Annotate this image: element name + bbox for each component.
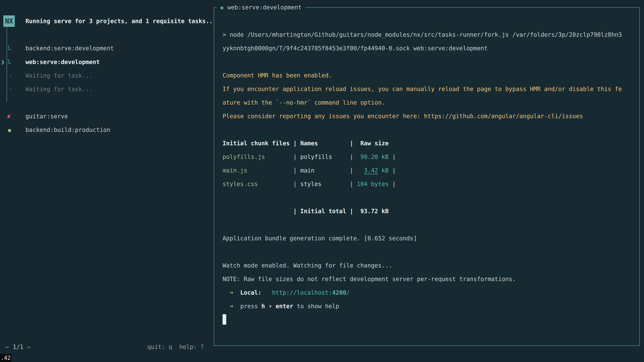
terminal-line	[222, 245, 622, 259]
terminal-text-segment: If you encounter application reload issu…	[222, 86, 622, 92]
terminal-text-segment: main.js	[222, 167, 247, 174]
dot-icon: ·	[9, 82, 12, 96]
terminal-text-segment: 3.42	[364, 167, 378, 174]
terminal-line: Watch mode enabled. Watching for file ch…	[222, 259, 622, 272]
pager: ← 1/1 →	[6, 340, 30, 354]
terminal-text-segment	[222, 289, 230, 296]
terminal-text-segment: |	[332, 153, 353, 160]
terminal-text-segment: Initial chunk files | Names | Raw size	[222, 140, 388, 147]
terminal-line: If you encounter application reload issu…	[222, 82, 622, 96]
terminal-line: Component HMR has been enabled.	[222, 69, 622, 82]
terminal-line: Please consider reporting any issues you…	[222, 109, 622, 123]
task-label: Waiting for task...	[26, 82, 92, 96]
terminal-text-segment: | Initial total | 93.72 kB	[222, 208, 388, 215]
terminal-cursor	[222, 314, 226, 325]
terminal-line: styles.css | styles | 104 bytes |	[222, 177, 622, 191]
terminal-text-segment	[353, 167, 364, 174]
terminal-text-segment: polyfills.js	[222, 153, 265, 160]
terminal-text-segment: h	[262, 303, 265, 310]
quit-hint-label: quit:	[148, 344, 168, 350]
terminal-line: ➜ Local: http://localhost:4200/	[222, 286, 622, 300]
pager-prev-icon[interactable]: ←	[6, 344, 9, 350]
terminal-output: > node /Users/mhartington/Github/guitars…	[222, 28, 622, 327]
task-label: guitar:serve	[26, 110, 68, 123]
terminal-text-segment: +	[265, 303, 276, 310]
terminal-text-segment: |	[322, 181, 353, 187]
terminal-text-segment: ature with the `--no-hmr` command line o…	[222, 99, 385, 106]
task-label: Waiting for task...	[26, 69, 92, 82]
spinner-icon: ⠧	[8, 55, 12, 69]
terminal-text-segment: |	[258, 181, 300, 187]
terminal-text-segment: |	[388, 153, 399, 160]
task-tree-line	[6, 27, 7, 102]
dot-icon: ·	[9, 69, 12, 82]
terminal-line	[222, 123, 622, 137]
terminal-text-segment: 4200	[332, 289, 346, 296]
task-label: backend:serve:development	[26, 41, 114, 55]
help-key: ?	[200, 344, 204, 350]
terminal-text-segment: ➜	[230, 303, 233, 310]
square-icon: ▪	[8, 123, 12, 137]
terminal-text-segment	[222, 303, 230, 310]
terminal-text-segment: /	[346, 289, 350, 296]
terminal-line: ature with the `--no-hmr` command line o…	[222, 96, 622, 109]
nx-logo: NX	[3, 15, 15, 27]
terminal-text-segment: Local:	[240, 289, 261, 296]
overlay-badge: .42	[0, 354, 12, 362]
output-panel-title: web:serve:development	[228, 1, 302, 14]
terminal-text-segment: |	[388, 167, 399, 174]
terminal-text-segment: styles.css	[222, 181, 258, 187]
terminal-text-segment: |	[247, 167, 300, 174]
terminal-text-segment: Please consider reporting any issues you…	[222, 113, 583, 119]
terminal-text-segment: 104 bytes	[353, 181, 389, 187]
pager-next-icon[interactable]: →	[27, 344, 30, 350]
terminal-text-segment: |	[314, 167, 353, 174]
terminal-text-segment: > node /Users/mhartington/Github/guitars…	[222, 31, 622, 38]
help-hint-label: help:	[172, 344, 200, 350]
terminal-text-segment: Watch mode enabled. Watching for file ch…	[222, 262, 392, 269]
terminal-line: yyknnbtgh0000gn/T/9f4c243785f8453e3f00/f…	[222, 41, 622, 55]
terminal-text-segment: yyknnbtgh0000gn/T/9f4c243785f8453e3f00/f…	[222, 45, 488, 52]
nx-tui-screen: NX Running serve for 3 projects, and 1 r…	[0, 0, 644, 362]
terminal-line: Application bundle generation complete. …	[222, 232, 622, 245]
terminal-text-segment	[233, 303, 240, 310]
terminal-line	[222, 191, 622, 204]
terminal-line: polyfills.js | polyfills | 90.20 kB |	[222, 150, 622, 164]
terminal-text-segment: Component HMR has been enabled.	[222, 72, 332, 79]
terminal-text-segment: NOTE: Raw file sizes do not reflect deve…	[222, 276, 516, 282]
cross-icon: ✘	[7, 110, 10, 123]
quit-key: q	[168, 344, 172, 350]
terminal-text-segment: press	[240, 303, 261, 310]
terminal-text-segment	[233, 289, 240, 296]
terminal-text-segment: 90.20 kB	[353, 153, 389, 160]
app-title: Running serve for 3 projects, and 1 requ…	[26, 14, 213, 28]
terminal-text-segment: |	[265, 153, 300, 160]
terminal-text-segment: to show help	[293, 303, 339, 310]
terminal-line: main.js | main | 3.42 kB |	[222, 164, 622, 177]
terminal-text-segment: enter	[276, 303, 293, 310]
status-bullet-icon: ●	[220, 1, 224, 14]
terminal-text-segment: styles	[300, 181, 322, 187]
task-label: backend:build:production	[26, 123, 110, 137]
pager-label: 1/1	[9, 344, 27, 350]
terminal-text-segment: polyfills	[300, 153, 332, 160]
terminal-text-segment: main	[300, 167, 314, 174]
keyboard-hints: quit: q help: ?	[148, 340, 204, 354]
terminal-text-segment: |	[388, 181, 399, 187]
task-label: web:serve:development	[26, 55, 100, 69]
terminal-line: Initial chunk files | Names | Raw size	[222, 137, 622, 150]
terminal-line	[222, 55, 622, 69]
terminal-line	[222, 218, 622, 232]
output-panel-header: ● web:serve:development	[216, 3, 306, 12]
terminal-line: NOTE: Raw file sizes do not reflect deve…	[222, 272, 622, 286]
selected-task-caret-icon: ❯	[1, 55, 4, 69]
terminal-line: | Initial total | 93.72 kB	[222, 204, 622, 218]
terminal-line: ➜ press h + enter to show help	[222, 300, 622, 313]
terminal-text-segment: http://localhost:	[272, 289, 332, 296]
terminal-text-segment: Application bundle generation complete. …	[222, 235, 417, 242]
spinner-icon: ⠧	[8, 41, 12, 55]
terminal-text-segment: kB	[378, 167, 388, 174]
terminal-line: > node /Users/mhartington/Github/guitars…	[222, 28, 622, 41]
terminal-line	[222, 313, 622, 327]
terminal-text-segment	[262, 289, 272, 296]
